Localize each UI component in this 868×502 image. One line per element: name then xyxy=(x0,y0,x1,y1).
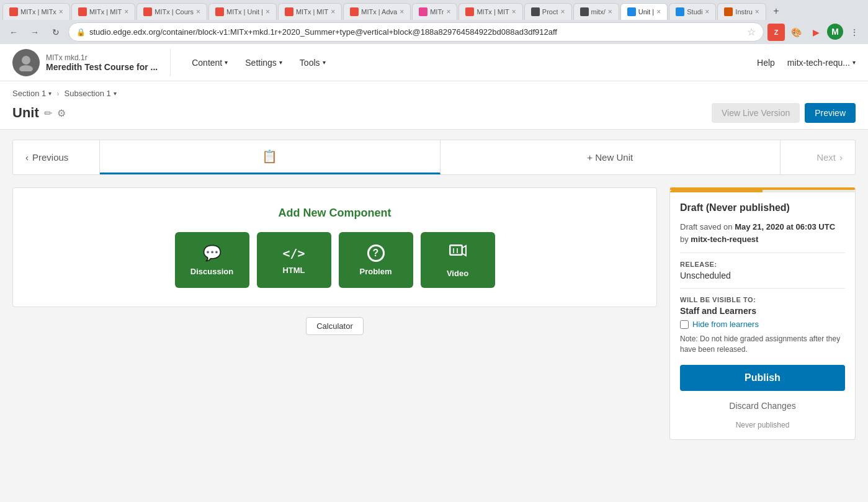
tab-label-4: MITx | Unit | xyxy=(226,8,263,16)
tab-close-8[interactable]: × xyxy=(512,7,516,16)
current-unit-tab[interactable]: 📋 xyxy=(100,140,441,174)
discard-changes-button[interactable]: Discard Changes xyxy=(680,396,845,416)
preview-button[interactable]: Preview xyxy=(805,103,856,123)
menu-button[interactable]: ⋮ xyxy=(846,24,863,41)
tab-favicon-12 xyxy=(676,7,684,16)
nav-tools[interactable]: Tools ▾ xyxy=(291,53,334,73)
sidebar-card: Draft (Never published) Draft saved on M… xyxy=(669,187,856,440)
tab-close-9[interactable]: × xyxy=(560,7,565,16)
tab-close-2[interactable]: × xyxy=(124,7,128,16)
tab-3[interactable]: MITx | Cours × xyxy=(136,3,207,20)
tab-close-6[interactable]: × xyxy=(400,7,404,16)
address-bar[interactable]: 🔒 studio.edge.edx.org/container/block-v1… xyxy=(68,22,764,42)
logo-avatar xyxy=(12,49,40,76)
tab-close-3[interactable]: × xyxy=(196,7,200,16)
unit-settings-button[interactable]: ⚙ xyxy=(57,107,66,119)
tab-close-1[interactable]: × xyxy=(59,7,63,16)
tab-label-7: MITr xyxy=(430,8,444,16)
ext-button-1[interactable]: 🎨 xyxy=(787,24,805,41)
breadcrumb-separator: › xyxy=(56,89,59,98)
tab-label-12: Studi xyxy=(687,8,702,16)
app-header: MITx mkd.1r Meredith Test Course for ...… xyxy=(0,44,868,81)
breadcrumb-bar: Section 1 ▾ › Subsection 1 ▾ Unit ✏ ⚙ Vi… xyxy=(0,81,868,130)
video-button[interactable]: Video xyxy=(421,232,495,288)
zotero-button[interactable]: Z xyxy=(767,24,785,41)
address-bar-row: ← → ↻ 🔒 studio.edge.edx.org/container/bl… xyxy=(0,20,868,44)
subsection-dropdown-arrow: ▾ xyxy=(114,90,117,97)
problem-button[interactable]: ? Problem xyxy=(339,232,413,288)
lock-icon: 🔒 xyxy=(76,28,86,37)
tools-dropdown-arrow: ▾ xyxy=(323,59,326,66)
html-button[interactable]: </> HTML xyxy=(257,232,331,288)
next-arrow-icon: › xyxy=(839,152,843,163)
tab-close-12[interactable]: × xyxy=(705,7,709,16)
tab-close-5[interactable]: × xyxy=(331,7,335,16)
tab-close-11[interactable]: × xyxy=(656,7,661,16)
tab-close-13[interactable]: × xyxy=(755,7,759,16)
tab-12[interactable]: Studi × xyxy=(669,3,716,20)
course-name: Meredith Test Course for ... xyxy=(46,62,158,72)
publish-button[interactable]: Publish xyxy=(680,365,845,391)
breadcrumb-subsection[interactable]: Subsection 1 ▾ xyxy=(65,89,117,98)
new-unit-button[interactable]: + New Unit xyxy=(441,140,781,174)
breadcrumb: Section 1 ▾ › Subsection 1 ▾ xyxy=(12,89,856,98)
nav-content[interactable]: Content ▾ xyxy=(183,53,236,73)
tab-9[interactable]: Proct × xyxy=(524,3,572,20)
release-label: RELEASE: xyxy=(680,261,845,268)
tab-close-4[interactable]: × xyxy=(266,7,270,16)
tab-6[interactable]: MITx | Adva × xyxy=(343,3,411,20)
logo-text: MITx mkd.1r Meredith Test Course for ... xyxy=(46,53,158,72)
tab-favicon-6 xyxy=(350,7,359,16)
user-menu[interactable]: mitx-tech-requ... ▾ xyxy=(787,58,856,68)
tab-label-9: Proct xyxy=(542,8,558,16)
unit-edit-button[interactable]: ✏ xyxy=(44,107,52,119)
tab-13[interactable]: Instru × xyxy=(717,3,766,20)
tab-favicon-7 xyxy=(419,7,427,16)
help-link[interactable]: Help xyxy=(757,58,775,68)
nav-settings[interactable]: Settings ▾ xyxy=(236,53,291,73)
tab-favicon-5 xyxy=(285,7,293,16)
tab-favicon-11 xyxy=(627,7,636,16)
forward-button[interactable]: → xyxy=(26,24,43,41)
tab-close-10[interactable]: × xyxy=(608,7,612,16)
tab-4[interactable]: MITx | Unit | × xyxy=(208,3,277,20)
unit-title-row: Unit ✏ ⚙ View Live Version Preview xyxy=(12,103,856,129)
app-nav: Content ▾ Settings ▾ Tools ▾ xyxy=(183,53,334,73)
tab-1[interactable]: MITx | MITx × xyxy=(2,3,70,20)
new-tab-button[interactable]: + xyxy=(767,2,785,20)
profile-button[interactable]: M xyxy=(827,24,843,40)
discussion-button[interactable]: 💬 Discussion xyxy=(175,232,249,288)
tab-favicon-10 xyxy=(580,7,589,16)
hide-from-learners-label[interactable]: Hide from learners xyxy=(692,320,759,329)
prev-arrow-icon: ‹ xyxy=(25,152,29,163)
hide-from-learners-checkbox[interactable] xyxy=(680,320,689,329)
svg-rect-3 xyxy=(450,246,462,254)
svg-rect-2 xyxy=(450,245,462,255)
next-unit-button: Next › xyxy=(781,140,855,174)
tab-favicon-2 xyxy=(78,7,87,16)
video-svg xyxy=(449,243,467,260)
org-name: MITx mkd.1r xyxy=(46,53,158,62)
add-component-box: Add New Component 💬 Discussion </> HTML … xyxy=(12,187,657,307)
tab-2[interactable]: MITx | MIT × xyxy=(71,3,135,20)
reload-button[interactable]: ↻ xyxy=(47,24,65,41)
browser-chrome: MITx | MITx × MITx | MIT × MITx | Cours … xyxy=(0,0,868,44)
back-button[interactable]: ← xyxy=(5,24,22,41)
tab-5[interactable]: MITx | MIT × xyxy=(278,3,342,20)
ext-button-2[interactable]: ▶ xyxy=(807,24,825,41)
tab-8[interactable]: MITx | MIT × xyxy=(459,3,522,20)
draft-status-title: Draft (Never published) xyxy=(680,202,845,213)
tab-11[interactable]: Unit | × xyxy=(620,3,668,20)
calculator-button[interactable]: Calculator xyxy=(306,317,364,335)
sidebar-divider-1 xyxy=(680,253,845,253)
tab-10[interactable]: mitx/ × xyxy=(573,3,619,20)
draft-info: Draft saved on May 21, 2020 at 06:03 UTC… xyxy=(680,221,845,245)
breadcrumb-section[interactable]: Section 1 ▾ xyxy=(12,89,51,98)
unit-title: Unit xyxy=(12,105,39,121)
sidebar-divider-2 xyxy=(680,288,845,289)
tab-close-7[interactable]: × xyxy=(446,7,450,16)
star-icon[interactable]: ☆ xyxy=(747,26,756,38)
tab-7[interactable]: MITr × xyxy=(412,3,457,20)
view-live-button: View Live Version xyxy=(712,103,800,123)
previous-unit-button[interactable]: ‹ Previous xyxy=(13,140,100,174)
